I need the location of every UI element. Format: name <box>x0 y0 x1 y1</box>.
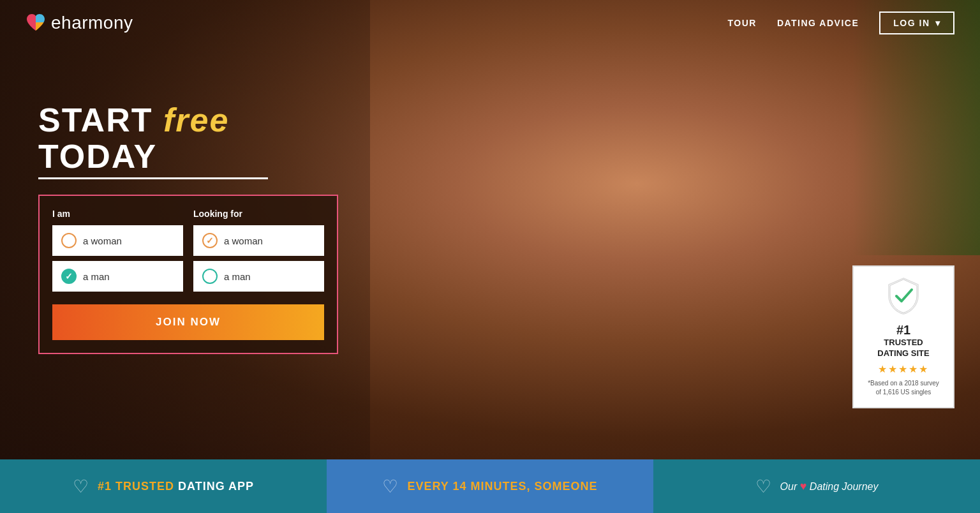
banner-rest-1: DATING APP <box>178 480 254 493</box>
trust-line2: DATING SITE <box>866 348 940 359</box>
dating-advice-link[interactable]: DATING ADVICE <box>777 18 859 28</box>
looking-for-woman-option[interactable]: a woman <box>193 225 324 256</box>
title-free: free <box>163 101 229 138</box>
tour-link[interactable]: TOUR <box>727 18 756 28</box>
looking-for-man-option[interactable]: a man <box>193 261 324 292</box>
trust-number: #1 <box>866 323 940 338</box>
brand-heart-icon: ♥ <box>800 480 807 493</box>
looking-for-woman-label: a woman <box>224 235 263 246</box>
signup-form: I am a woman a man Looking for a <box>38 195 338 354</box>
looking-for-label: Looking for <box>193 209 324 219</box>
looking-for-man-label: a man <box>224 271 251 282</box>
form-columns: I am a woman a man Looking for a <box>52 209 324 297</box>
banner-highlight-1: #1 TRUSTED <box>98 480 174 493</box>
login-button[interactable]: LOG IN ▾ <box>879 11 954 34</box>
bottom-banner: ♡ #1 TRUSTED DATING APP ♡ EVERY 14 MINUT… <box>0 459 980 513</box>
banner-heart-3: ♡ <box>755 476 771 497</box>
logo-heart-icon <box>26 13 46 33</box>
i-am-man-radio[interactable] <box>61 269 77 284</box>
banner-heart-2: ♡ <box>382 476 398 497</box>
looking-for-column: Looking for a woman a man <box>193 209 324 297</box>
nav-right: TOUR DATING ADVICE LOG IN ▾ <box>727 11 954 34</box>
shield-icon <box>887 277 919 315</box>
i-am-man-label: a man <box>83 271 110 282</box>
hero-section: eharmony TOUR DATING ADVICE LOG IN ▾ STA… <box>0 0 980 459</box>
banner-brand-text: Our ♥ Dating Journey <box>780 480 879 493</box>
banner-section-2: ♡ EVERY 14 MINUTES, SOMEONE <box>327 459 653 513</box>
title-start: START <box>38 101 163 138</box>
logo-text: eharmony <box>51 13 133 33</box>
i-am-column: I am a woman a man <box>52 209 183 297</box>
trust-fine-print: *Based on a 2018 survey of 1,616 US sing… <box>866 379 940 397</box>
looking-for-woman-radio[interactable] <box>202 233 218 248</box>
i-am-woman-label: a woman <box>83 235 122 246</box>
i-am-label: I am <box>52 209 183 219</box>
banner-section-3: ♡ Our ♥ Dating Journey <box>653 459 980 513</box>
trust-badge: #1 TRUSTED DATING SITE ★★★★★ *Based on a… <box>852 265 954 408</box>
banner-heart-1: ♡ <box>73 476 89 497</box>
looking-for-man-radio[interactable] <box>202 269 218 284</box>
hero-title: START free TODAY <box>38 102 357 175</box>
banner-text-2: EVERY 14 MINUTES, SOMEONE <box>407 480 597 493</box>
i-am-woman-option[interactable]: a woman <box>52 225 183 256</box>
banner-section-1: ♡ #1 TRUSTED DATING APP <box>0 459 327 513</box>
title-end: TODAY <box>38 138 157 175</box>
banner-highlight-2: EVERY 14 MINUTES, SOMEONE <box>407 480 597 493</box>
banner-text-1: #1 TRUSTED DATING APP <box>98 480 254 493</box>
logo[interactable]: eharmony <box>26 13 133 33</box>
login-label: LOG IN <box>893 18 930 28</box>
chevron-down-icon: ▾ <box>935 18 941 28</box>
trust-line1: TRUSTED <box>866 338 940 348</box>
i-am-woman-radio[interactable] <box>61 233 77 248</box>
title-underline <box>38 177 268 179</box>
navigation: eharmony TOUR DATING ADVICE LOG IN ▾ <box>0 0 980 46</box>
join-now-button[interactable]: JOIN NOW <box>52 304 324 340</box>
trust-stars: ★★★★★ <box>866 363 940 375</box>
hero-content: START free TODAY I am a woman a man <box>38 102 357 354</box>
i-am-man-option[interactable]: a man <box>52 261 183 292</box>
